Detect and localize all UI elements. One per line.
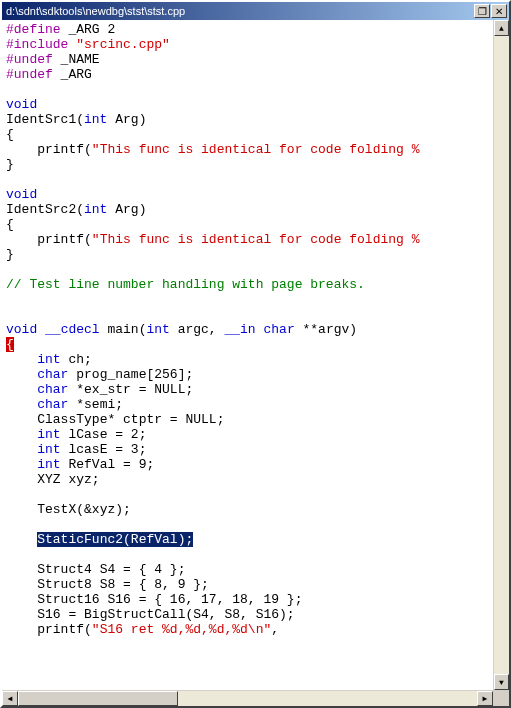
code-text: ch; (61, 352, 92, 367)
code-text: _ARG 2 (61, 22, 116, 37)
hscroll-track[interactable] (18, 691, 477, 706)
preproc: #undef (6, 52, 53, 67)
string: "S16 ret %d,%d,%d,%d\n" (92, 622, 271, 637)
scroll-down-button[interactable]: ▼ (494, 674, 509, 690)
code-text: RefVal = 9; (61, 457, 155, 472)
keyword: void (6, 322, 37, 337)
window-title: d:\sdnt\sdktools\newdbg\stst\stst.cpp (4, 5, 474, 17)
indent (6, 412, 37, 427)
code-text: lCase = 2; (61, 427, 147, 442)
keyword: __cdecl (45, 322, 100, 337)
arrow-down-icon: ▼ (499, 678, 504, 687)
content-area: #define _ARG 2 #include "srcinc.cpp" #un… (2, 20, 509, 706)
cursor-brace: { (6, 337, 14, 352)
keyword: char (37, 367, 68, 382)
keyword: int (37, 427, 60, 442)
code-text: printf( (37, 622, 92, 637)
keyword: char (264, 322, 295, 337)
scrollbar-corner (493, 690, 509, 706)
comment: // Test line number handling with page b… (6, 277, 365, 292)
code-text: S16 = BigStructCall(S4, S8, S16); (37, 607, 294, 622)
indent (6, 442, 37, 457)
indent (6, 382, 37, 397)
preproc: #define (6, 22, 61, 37)
arrow-right-icon: ▶ (483, 694, 488, 703)
indent (6, 622, 37, 637)
code-text: argc, (170, 322, 225, 337)
code-text: **argv) (295, 322, 357, 337)
keyword: int (37, 352, 60, 367)
restore-icon: ❐ (478, 6, 487, 17)
indent (6, 577, 37, 592)
code-text: IdentSrc2( (6, 202, 84, 217)
keyword: int (37, 442, 60, 457)
titlebar-buttons: ❐ ✕ (474, 4, 507, 18)
preproc: #include (6, 37, 68, 52)
keyword: int (84, 202, 107, 217)
horizontal-scrollbar[interactable]: ◀ ▶ (2, 690, 493, 706)
keyword: int (37, 457, 60, 472)
code-text: Arg) (107, 202, 146, 217)
code-text: _NAME (53, 52, 100, 67)
indent (6, 532, 37, 547)
code-text (256, 322, 264, 337)
restore-button[interactable]: ❐ (474, 4, 490, 18)
indent (6, 367, 37, 382)
keyword: int (146, 322, 169, 337)
code-text: main( (100, 322, 147, 337)
string: "This func is identical for code folding… (92, 232, 420, 247)
brace: } (6, 157, 14, 172)
code-text: ClassType* ctptr = NULL; (37, 412, 224, 427)
code-text: Arg) (107, 112, 146, 127)
code-text: Struct8 S8 = { 8, 9 }; (37, 577, 209, 592)
selected-text: StaticFunc2(RefVal); (37, 532, 193, 547)
close-button[interactable]: ✕ (491, 4, 507, 18)
titlebar[interactable]: d:\sdnt\sdktools\newdbg\stst\stst.cpp ❐ … (2, 2, 509, 20)
close-icon: ✕ (495, 6, 503, 17)
indent (6, 592, 37, 607)
editor-window: d:\sdnt\sdktools\newdbg\stst\stst.cpp ❐ … (0, 0, 511, 708)
keyword: void (6, 97, 37, 112)
brace: { (6, 127, 14, 142)
scroll-up-button[interactable]: ▲ (494, 20, 509, 36)
code-text: lcasE = 3; (61, 442, 147, 457)
code-text: prog_name[256]; (68, 367, 193, 382)
code-text: IdentSrc1( (6, 112, 84, 127)
preproc: #undef (6, 67, 53, 82)
code-text: TestX(&xyz); (37, 502, 131, 517)
code-text: *ex_str = NULL; (68, 382, 193, 397)
keyword: char (37, 382, 68, 397)
indent (6, 397, 37, 412)
code-text: , (271, 622, 279, 637)
arrow-up-icon: ▲ (499, 24, 504, 33)
code-text: printf( (6, 232, 92, 247)
indent (6, 427, 37, 442)
hscroll-thumb[interactable] (18, 691, 178, 706)
brace: { (6, 217, 14, 232)
code-text: Struct4 S4 = { 4 }; (37, 562, 185, 577)
code-text (37, 322, 45, 337)
indent (6, 457, 37, 472)
code-editor[interactable]: #define _ARG 2 #include "srcinc.cpp" #un… (2, 20, 493, 690)
string: "This func is identical for code folding… (92, 142, 420, 157)
arrow-left-icon: ◀ (8, 694, 13, 703)
scroll-right-button[interactable]: ▶ (477, 691, 493, 706)
code-text: _ARG (53, 67, 92, 82)
code-wrap: #define _ARG 2 #include "srcinc.cpp" #un… (2, 20, 509, 690)
string: "srcinc.cpp" (76, 37, 170, 52)
keyword: void (6, 187, 37, 202)
scroll-left-button[interactable]: ◀ (2, 691, 18, 706)
vertical-scrollbar[interactable]: ▲ ▼ (493, 20, 509, 690)
indent (6, 352, 37, 367)
code-text: *semi; (68, 397, 123, 412)
keyword: char (37, 397, 68, 412)
code-text: printf( (6, 142, 92, 157)
keyword: __in (224, 322, 255, 337)
bottom-scroll-row: ◀ ▶ (2, 690, 509, 706)
indent (6, 562, 37, 577)
indent (6, 472, 37, 487)
vscroll-track[interactable] (494, 36, 509, 674)
keyword: int (84, 112, 107, 127)
brace: } (6, 247, 14, 262)
indent (6, 502, 37, 517)
